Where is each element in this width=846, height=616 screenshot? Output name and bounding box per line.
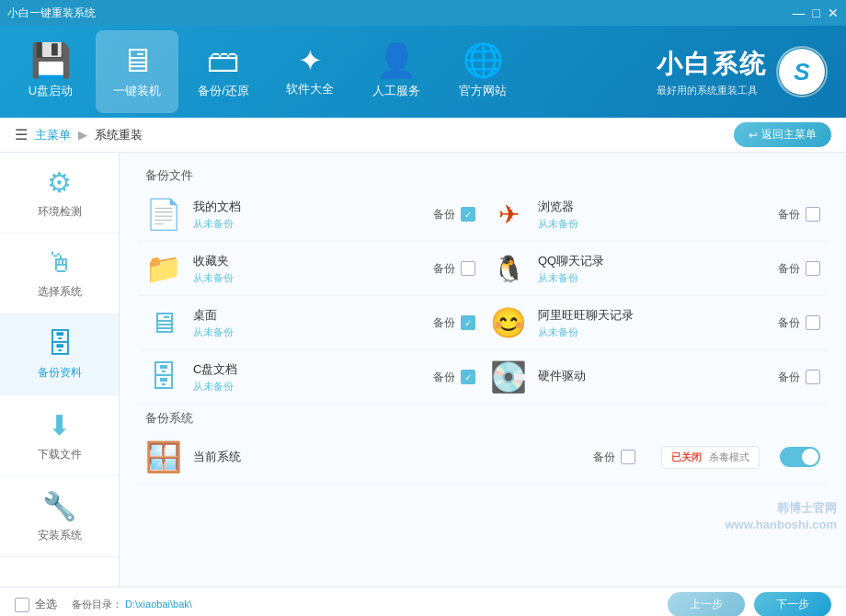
desktop-icon: 🖥 — [145, 306, 182, 340]
backup-dir: 备份目录： D:\xiaobai\bak\ — [72, 598, 192, 611]
back-icon: ↩ — [749, 129, 758, 142]
browser-status: 从未备份 — [538, 217, 767, 231]
main-layout: ⚙ 环境检测 🖱 选择系统 🗄 备份资料 ⬇ 下载文件 🔧 安装系统 备份文件 … — [0, 153, 846, 587]
desktop-checkbox[interactable]: ✓ — [461, 315, 475, 330]
desktop-action-label: 备份 — [433, 315, 455, 331]
nav-label-software: 软件大全 — [286, 81, 334, 97]
brand-name: 小白系统 — [657, 47, 767, 82]
desktop-status: 从未备份 — [193, 325, 422, 339]
prev-button[interactable]: 上一步 — [668, 592, 745, 616]
favorites-action-label: 备份 — [433, 261, 455, 277]
favorites-status: 从未备份 — [193, 271, 422, 285]
backup-files-label: 备份文件 — [138, 162, 828, 188]
nav-item-backup[interactable]: 🗃 备份/还原 — [182, 30, 265, 113]
aliwangwang-icon: 😊 — [490, 305, 527, 340]
action-buttons: 上一步 下一步 — [668, 592, 831, 616]
mydocs-name: 我的文档 — [193, 199, 422, 215]
sidebar-label-select: 选择系统 — [38, 284, 82, 300]
qq-icon: 🐧 — [490, 254, 527, 284]
sidebar-item-env[interactable]: ⚙ 环境检测 — [0, 153, 119, 234]
sidebar-label-env: 环境检测 — [38, 204, 82, 220]
nav-item-service[interactable]: 👤 人工服务 — [355, 30, 438, 113]
menu-icon: ☰ — [15, 126, 28, 143]
nav-item-website[interactable]: 🌐 官方网站 — [441, 30, 524, 113]
browser-icon: ✈ — [490, 200, 527, 230]
bottom-bar: 全选 备份目录： D:\xiaobai\bak\ 上一步 下一步 — [0, 587, 846, 616]
backupdata-icon: 🗄 — [46, 328, 74, 359]
website-icon: 🌐 — [463, 44, 504, 77]
hardware-action-label: 备份 — [778, 370, 800, 385]
select-all-checkbox[interactable] — [15, 598, 29, 612]
antivirus-badge: 已关闭 杀毒模式 — [661, 446, 760, 469]
qq-checkbox[interactable] — [806, 261, 820, 276]
browser-checkbox[interactable] — [806, 207, 820, 222]
backup-dir-label: 备份目录： — [72, 599, 122, 610]
env-icon: ⚙ — [47, 166, 72, 199]
software-icon: ✦ — [298, 46, 323, 75]
title-bar: 小白一键重装系统 — □ ✕ — [0, 0, 846, 26]
sidebar-item-install[interactable]: 🔧 安装系统 — [0, 476, 119, 557]
mydocs-checkbox[interactable]: ✓ — [461, 207, 475, 222]
sidebar-item-backupdata[interactable]: 🗄 备份资料 — [0, 314, 119, 395]
sidebar-item-select[interactable]: 🖱 选择系统 — [0, 234, 119, 314]
antivirus-status: 已关闭 — [671, 451, 702, 464]
nav-item-oneclick[interactable]: 🖥 一键装机 — [96, 30, 178, 113]
aliwangwang-checkbox[interactable] — [806, 315, 820, 330]
system-icon: 🪟 — [145, 439, 182, 474]
backup-dir-path[interactable]: D:\xiaobai\bak\ — [125, 599, 192, 610]
qq-status: 从未备份 — [538, 271, 767, 285]
select-all-label: 全选 — [35, 597, 57, 612]
nav-label-usb: U盘启动 — [29, 83, 73, 99]
backup-item-qq: 🐧 QQ聊天记录 从未备份 备份 — [483, 242, 828, 296]
nav-bar: 💾 U盘启动 🖥 一键装机 🗃 备份/还原 ✦ 软件大全 👤 人工服务 🌐 官方… — [0, 26, 846, 118]
mydocs-action-label: 备份 — [433, 207, 455, 222]
close-btn[interactable]: ✕ — [828, 6, 839, 19]
sidebar-item-download[interactable]: ⬇ 下载文件 — [0, 395, 119, 476]
backup-system-label: 备份系统 — [138, 405, 828, 430]
antivirus-toggle[interactable] — [780, 447, 820, 467]
app-title: 小白一键重装系统 — [7, 6, 96, 21]
mydocs-status: 从未备份 — [193, 217, 422, 231]
aliwangwang-action-label: 备份 — [778, 315, 800, 331]
next-button[interactable]: 下一步 — [754, 592, 831, 616]
nav-label-backup: 备份/还原 — [198, 83, 249, 99]
hardware-checkbox[interactable] — [806, 370, 820, 384]
qq-action-label: 备份 — [778, 261, 800, 277]
toggle-knob — [802, 449, 818, 465]
system-checkbox[interactable] — [621, 450, 635, 464]
brand: 小白系统 最好用的系统重装工具 S — [657, 46, 837, 97]
backup-item-browser: ✈ 浏览器 从未备份 备份 — [483, 188, 828, 242]
favorites-checkbox[interactable] — [461, 261, 475, 276]
back-button[interactable]: ↩ 返回主菜单 — [734, 122, 831, 147]
backup-item-desktop: 🖥 桌面 从未备份 备份 ✓ — [138, 296, 483, 350]
content-area: 备份文件 📄 我的文档 从未备份 备份 ✓ ✈ — [120, 153, 846, 587]
backup-item-mydocs: 📄 我的文档 从未备份 备份 ✓ — [138, 188, 483, 242]
sidebar-label-install: 安装系统 — [38, 528, 82, 543]
nav-label-oneclick: 一键装机 — [113, 83, 161, 99]
backup-item-aliwangwang: 😊 阿里旺旺聊天记录 从未备份 备份 — [483, 296, 828, 350]
system-name: 当前系统 — [193, 449, 582, 465]
nav-item-usb[interactable]: 💾 U盘启动 — [9, 30, 92, 113]
browser-name: 浏览器 — [538, 199, 767, 215]
minimize-btn[interactable]: — — [793, 6, 806, 19]
nav-items: 💾 U盘启动 🖥 一键装机 🗃 备份/还原 ✦ 软件大全 👤 人工服务 🌐 官方… — [9, 30, 657, 113]
favorites-icon: 📁 — [145, 251, 182, 286]
brand-slogan: 最好用的系统重装工具 — [657, 84, 767, 97]
maximize-btn[interactable]: □ — [813, 6, 820, 19]
cdocs-status: 从未备份 — [193, 380, 422, 394]
backup-grid: 📄 我的文档 从未备份 备份 ✓ ✈ 浏览器 从未备份 — [138, 188, 828, 405]
cdocs-icon: 🗄 — [145, 360, 182, 394]
cdocs-checkbox[interactable]: ✓ — [461, 370, 475, 384]
desktop-name: 桌面 — [193, 307, 422, 324]
breadcrumb-home[interactable]: 主菜单 — [35, 127, 71, 143]
system-action-label: 备份 — [593, 450, 615, 465]
breadcrumb-current: 系统重装 — [95, 127, 143, 143]
antivirus-mode: 杀毒模式 — [709, 451, 749, 464]
service-icon: 👤 — [376, 44, 417, 77]
browser-action-label: 备份 — [778, 207, 800, 222]
hardware-icon: 💽 — [490, 359, 527, 394]
backup-system-row: 🪟 当前系统 备份 已关闭 杀毒模式 — [138, 430, 828, 485]
usb-icon: 💾 — [30, 44, 72, 77]
nav-label-service: 人工服务 — [372, 83, 420, 99]
nav-item-software[interactable]: ✦ 软件大全 — [269, 30, 351, 113]
